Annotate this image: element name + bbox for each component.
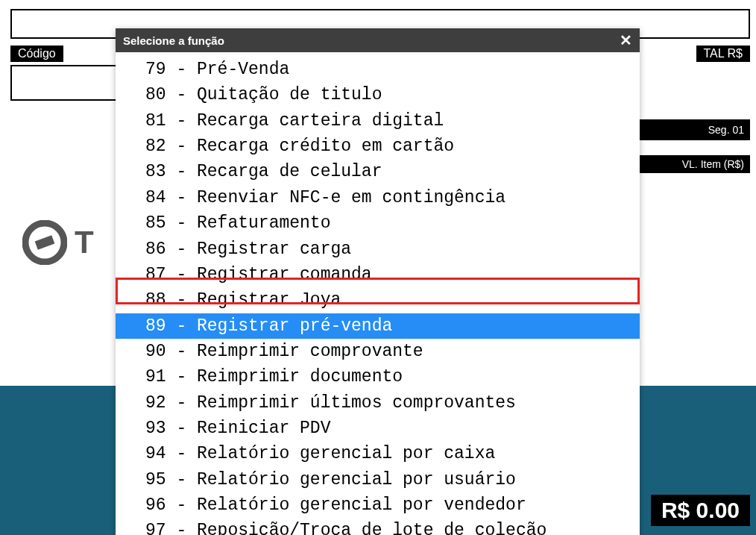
function-item-93[interactable]: 93 - Reiniciar PDV bbox=[116, 416, 640, 441]
modal-header: Selecione a função ✕ bbox=[116, 28, 640, 52]
function-item-90[interactable]: 90 - Reimprimir comprovante bbox=[116, 339, 640, 364]
function-item-80[interactable]: 80 - Quitação de titulo bbox=[116, 82, 640, 107]
svg-rect-1 bbox=[35, 235, 55, 249]
function-item-97[interactable]: 97 - Reposição/Troca de lote de coleção bbox=[116, 518, 640, 535]
function-item-88[interactable]: 88 - Registrar Joya bbox=[116, 287, 640, 313]
logo-text: T bbox=[75, 225, 94, 260]
function-modal: Selecione a função ✕ 79 - Pré-Venda80 - … bbox=[116, 28, 640, 535]
function-item-79[interactable]: 79 - Pré-Venda bbox=[116, 57, 640, 82]
close-icon[interactable]: ✕ bbox=[620, 33, 632, 48]
seg-label: Seg. 01 bbox=[638, 119, 750, 140]
function-item-86[interactable]: 86 - Registrar carga bbox=[116, 237, 640, 262]
function-item-89[interactable]: 89 - Registrar pré-venda bbox=[116, 313, 640, 339]
function-item-84[interactable]: 84 - Reenviar NFC-e em contingência bbox=[116, 185, 640, 210]
logo: T bbox=[22, 220, 94, 265]
codigo-label: Código bbox=[10, 46, 63, 62]
function-item-94[interactable]: 94 - Relatório gerencial por caixa bbox=[116, 441, 640, 466]
vl-item-label: VL. Item (R$) bbox=[638, 155, 750, 173]
total-display: R$ 0.00 bbox=[651, 495, 750, 526]
function-item-95[interactable]: 95 - Relatório gerencial por usuário bbox=[116, 467, 640, 492]
function-item-81[interactable]: 81 - Recarga carteira digital bbox=[116, 108, 640, 134]
modal-title: Selecione a função bbox=[123, 34, 224, 47]
function-item-82[interactable]: 82 - Recarga crédito em cartão bbox=[116, 134, 640, 159]
logo-icon bbox=[22, 220, 67, 265]
function-item-87[interactable]: 87 - Registrar comanda bbox=[116, 262, 640, 287]
function-item-96[interactable]: 96 - Relatório gerencial por vendedor bbox=[116, 492, 640, 518]
function-list[interactable]: 79 - Pré-Venda80 - Quitação de titulo81 … bbox=[116, 52, 640, 535]
function-item-91[interactable]: 91 - Reimprimir documento bbox=[116, 364, 640, 389]
function-item-92[interactable]: 92 - Reimprimir últimos comprovantes bbox=[116, 390, 640, 416]
function-item-83[interactable]: 83 - Recarga de celular bbox=[116, 159, 640, 184]
total-label: TAL R$ bbox=[696, 46, 750, 62]
function-item-85[interactable]: 85 - Refaturamento bbox=[116, 210, 640, 236]
